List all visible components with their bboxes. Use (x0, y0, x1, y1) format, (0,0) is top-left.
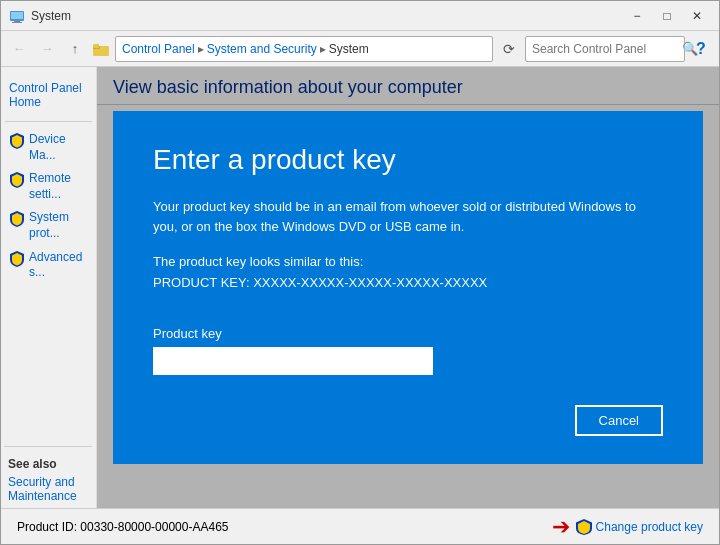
close-button[interactable]: ✕ (683, 5, 711, 27)
cancel-button[interactable]: Cancel (575, 405, 663, 436)
search-bar: 🔍 (525, 36, 685, 62)
sidebar-item-label: Device Ma... (29, 132, 88, 163)
product-id-text: Product ID: 00330-80000-00000-AA465 (17, 520, 552, 534)
breadcrumb-system-security[interactable]: System and Security (207, 42, 317, 56)
sidebar-item-remote[interactable]: Remote setti... (1, 167, 96, 206)
sidebar-divider (5, 121, 92, 122)
window-icon (9, 8, 25, 24)
maximize-button[interactable]: □ (653, 5, 681, 27)
forward-button[interactable]: → (35, 37, 59, 61)
change-key-label: Change product key (596, 520, 703, 534)
sidebar-home-link[interactable]: Control Panel Home (1, 75, 96, 115)
shield-icon-change-key (576, 519, 592, 535)
breadcrumb-control-panel[interactable]: Control Panel (122, 42, 195, 56)
main-content: Control Panel Home Device Ma... (1, 67, 719, 508)
dialog-body-text: Your product key should be in an email f… (153, 197, 663, 236)
arrow-icon: ➔ (552, 514, 570, 540)
system-window: System − □ ✕ ← → ↑ Control Panel ▸ Syste… (0, 0, 720, 545)
help-button[interactable]: ? (689, 37, 713, 61)
up-button[interactable]: ↑ (63, 37, 87, 61)
svg-rect-2 (14, 21, 20, 22)
window-controls: − □ ✕ (623, 5, 711, 27)
product-key-input[interactable] (153, 347, 433, 375)
sidebar-item-label: System prot... (29, 210, 88, 241)
sidebar-item-label: Remote setti... (29, 171, 88, 202)
shield-icon-remote (9, 172, 25, 188)
sidebar-item-label: Advanced s... (29, 250, 88, 281)
address-bar: ← → ↑ Control Panel ▸ System and Securit… (1, 31, 719, 67)
bottom-bar: Product ID: 00330-80000-00000-AA465 ➔ Ch… (1, 508, 719, 544)
content-panel: View basic information about your comput… (97, 67, 719, 508)
dialog-key-example: The product key looks similar to this: P… (153, 252, 663, 294)
see-also-label: See also (1, 453, 96, 473)
sidebar-item-system-protection[interactable]: System prot... (1, 206, 96, 245)
dialog-overlay: Enter a product key Your product key sho… (97, 67, 719, 508)
svg-rect-3 (12, 22, 22, 23)
change-product-key-link[interactable]: Change product key (576, 519, 703, 535)
location-icon (93, 41, 109, 57)
window-title: System (31, 9, 623, 23)
sidebar: Control Panel Home Device Ma... (1, 67, 97, 508)
product-key-dialog: Enter a product key Your product key sho… (113, 111, 703, 463)
refresh-button[interactable]: ⟳ (497, 36, 521, 62)
breadcrumb-system: System (329, 42, 369, 56)
product-key-label: Product key (153, 326, 663, 341)
shield-icon-device (9, 133, 25, 149)
minimize-button[interactable]: − (623, 5, 651, 27)
shield-icon-protection (9, 211, 25, 227)
breadcrumb-bar: Control Panel ▸ System and Security ▸ Sy… (115, 36, 493, 62)
title-bar: System − □ ✕ (1, 1, 719, 31)
svg-rect-1 (11, 12, 23, 19)
dialog-footer: Cancel (153, 405, 663, 436)
search-input[interactable] (532, 42, 682, 56)
security-maintenance-link[interactable]: Security and Maintenance (1, 473, 96, 505)
back-button[interactable]: ← (7, 37, 31, 61)
sidebar-item-advanced[interactable]: Advanced s... (1, 246, 96, 285)
shield-icon-advanced (9, 251, 25, 267)
sidebar-item-device-manager[interactable]: Device Ma... (1, 128, 96, 167)
svg-rect-6 (93, 44, 99, 48)
sidebar-bottom-divider (4, 446, 92, 447)
dialog-title: Enter a product key (153, 143, 663, 177)
